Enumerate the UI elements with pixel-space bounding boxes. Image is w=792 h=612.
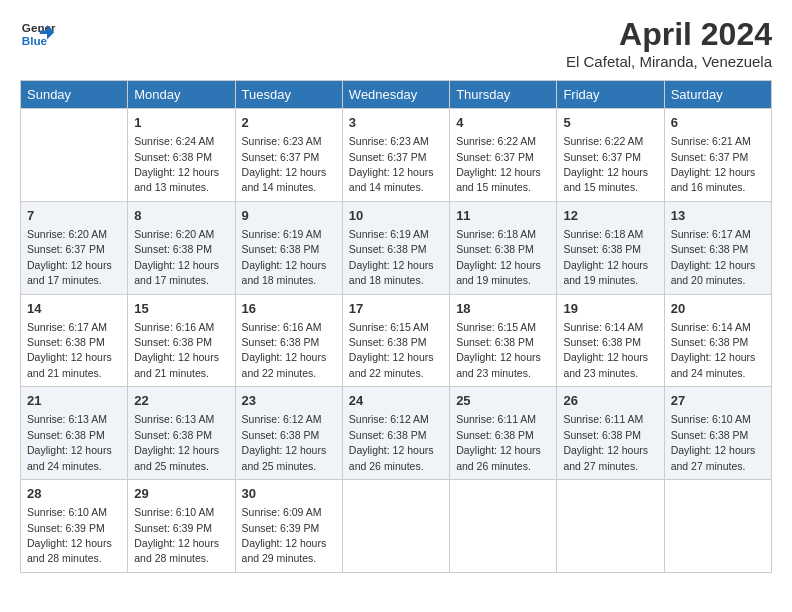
day-number: 2 — [242, 114, 336, 132]
day-info: Sunrise: 6:23 AMSunset: 6:37 PMDaylight:… — [242, 135, 327, 193]
day-number: 10 — [349, 207, 443, 225]
calendar-cell: 30Sunrise: 6:09 AMSunset: 6:39 PMDayligh… — [235, 480, 342, 573]
day-number: 7 — [27, 207, 121, 225]
day-info: Sunrise: 6:11 AMSunset: 6:38 PMDaylight:… — [563, 413, 648, 471]
calendar-cell: 9Sunrise: 6:19 AMSunset: 6:38 PMDaylight… — [235, 201, 342, 294]
day-number: 20 — [671, 300, 765, 318]
calendar-cell: 21Sunrise: 6:13 AMSunset: 6:38 PMDayligh… — [21, 387, 128, 480]
day-number: 6 — [671, 114, 765, 132]
day-number: 13 — [671, 207, 765, 225]
day-number: 24 — [349, 392, 443, 410]
day-info: Sunrise: 6:15 AMSunset: 6:38 PMDaylight:… — [456, 321, 541, 379]
day-info: Sunrise: 6:20 AMSunset: 6:38 PMDaylight:… — [134, 228, 219, 286]
week-row: 21Sunrise: 6:13 AMSunset: 6:38 PMDayligh… — [21, 387, 772, 480]
calendar-cell — [557, 480, 664, 573]
week-row: 14Sunrise: 6:17 AMSunset: 6:38 PMDayligh… — [21, 294, 772, 387]
calendar-cell — [21, 109, 128, 202]
logo: General Blue — [20, 16, 56, 52]
calendar-cell: 1Sunrise: 6:24 AMSunset: 6:38 PMDaylight… — [128, 109, 235, 202]
day-number: 19 — [563, 300, 657, 318]
calendar-cell: 3Sunrise: 6:23 AMSunset: 6:37 PMDaylight… — [342, 109, 449, 202]
week-row: 7Sunrise: 6:20 AMSunset: 6:37 PMDaylight… — [21, 201, 772, 294]
calendar-cell: 27Sunrise: 6:10 AMSunset: 6:38 PMDayligh… — [664, 387, 771, 480]
day-info: Sunrise: 6:09 AMSunset: 6:39 PMDaylight:… — [242, 506, 327, 564]
day-number: 3 — [349, 114, 443, 132]
calendar-cell — [342, 480, 449, 573]
day-number: 14 — [27, 300, 121, 318]
day-info: Sunrise: 6:10 AMSunset: 6:38 PMDaylight:… — [671, 413, 756, 471]
calendar-cell: 8Sunrise: 6:20 AMSunset: 6:38 PMDaylight… — [128, 201, 235, 294]
day-number: 12 — [563, 207, 657, 225]
day-info: Sunrise: 6:12 AMSunset: 6:38 PMDaylight:… — [242, 413, 327, 471]
day-number: 22 — [134, 392, 228, 410]
day-info: Sunrise: 6:16 AMSunset: 6:38 PMDaylight:… — [134, 321, 219, 379]
day-info: Sunrise: 6:14 AMSunset: 6:38 PMDaylight:… — [563, 321, 648, 379]
day-number: 5 — [563, 114, 657, 132]
day-info: Sunrise: 6:10 AMSunset: 6:39 PMDaylight:… — [27, 506, 112, 564]
calendar-cell — [450, 480, 557, 573]
calendar-cell: 5Sunrise: 6:22 AMSunset: 6:37 PMDaylight… — [557, 109, 664, 202]
title-block: April 2024 El Cafetal, Miranda, Venezuel… — [566, 16, 772, 70]
day-header-friday: Friday — [557, 81, 664, 109]
calendar-cell: 17Sunrise: 6:15 AMSunset: 6:38 PMDayligh… — [342, 294, 449, 387]
calendar-cell: 14Sunrise: 6:17 AMSunset: 6:38 PMDayligh… — [21, 294, 128, 387]
day-info: Sunrise: 6:11 AMSunset: 6:38 PMDaylight:… — [456, 413, 541, 471]
day-info: Sunrise: 6:19 AMSunset: 6:38 PMDaylight:… — [242, 228, 327, 286]
calendar-table: SundayMondayTuesdayWednesdayThursdayFrid… — [20, 80, 772, 573]
day-header-sunday: Sunday — [21, 81, 128, 109]
day-number: 25 — [456, 392, 550, 410]
calendar-cell: 16Sunrise: 6:16 AMSunset: 6:38 PMDayligh… — [235, 294, 342, 387]
day-number: 27 — [671, 392, 765, 410]
day-info: Sunrise: 6:14 AMSunset: 6:38 PMDaylight:… — [671, 321, 756, 379]
header: General Blue April 2024 El Cafetal, Mira… — [20, 16, 772, 70]
calendar-cell: 11Sunrise: 6:18 AMSunset: 6:38 PMDayligh… — [450, 201, 557, 294]
day-info: Sunrise: 6:17 AMSunset: 6:38 PMDaylight:… — [671, 228, 756, 286]
day-number: 1 — [134, 114, 228, 132]
day-info: Sunrise: 6:21 AMSunset: 6:37 PMDaylight:… — [671, 135, 756, 193]
calendar-cell: 7Sunrise: 6:20 AMSunset: 6:37 PMDaylight… — [21, 201, 128, 294]
day-number: 4 — [456, 114, 550, 132]
day-info: Sunrise: 6:22 AMSunset: 6:37 PMDaylight:… — [563, 135, 648, 193]
day-info: Sunrise: 6:10 AMSunset: 6:39 PMDaylight:… — [134, 506, 219, 564]
svg-text:Blue: Blue — [22, 34, 48, 47]
day-number: 28 — [27, 485, 121, 503]
logo-icon: General Blue — [20, 16, 56, 52]
day-number: 9 — [242, 207, 336, 225]
calendar-cell: 28Sunrise: 6:10 AMSunset: 6:39 PMDayligh… — [21, 480, 128, 573]
day-number: 15 — [134, 300, 228, 318]
day-header-wednesday: Wednesday — [342, 81, 449, 109]
day-info: Sunrise: 6:15 AMSunset: 6:38 PMDaylight:… — [349, 321, 434, 379]
day-number: 23 — [242, 392, 336, 410]
day-header-monday: Monday — [128, 81, 235, 109]
week-row: 1Sunrise: 6:24 AMSunset: 6:38 PMDaylight… — [21, 109, 772, 202]
calendar-cell: 26Sunrise: 6:11 AMSunset: 6:38 PMDayligh… — [557, 387, 664, 480]
day-info: Sunrise: 6:19 AMSunset: 6:38 PMDaylight:… — [349, 228, 434, 286]
day-number: 30 — [242, 485, 336, 503]
calendar-cell: 6Sunrise: 6:21 AMSunset: 6:37 PMDaylight… — [664, 109, 771, 202]
calendar-cell — [664, 480, 771, 573]
calendar-cell: 19Sunrise: 6:14 AMSunset: 6:38 PMDayligh… — [557, 294, 664, 387]
day-number: 17 — [349, 300, 443, 318]
day-info: Sunrise: 6:13 AMSunset: 6:38 PMDaylight:… — [27, 413, 112, 471]
calendar-cell: 12Sunrise: 6:18 AMSunset: 6:38 PMDayligh… — [557, 201, 664, 294]
calendar-cell: 29Sunrise: 6:10 AMSunset: 6:39 PMDayligh… — [128, 480, 235, 573]
day-info: Sunrise: 6:24 AMSunset: 6:38 PMDaylight:… — [134, 135, 219, 193]
day-info: Sunrise: 6:17 AMSunset: 6:38 PMDaylight:… — [27, 321, 112, 379]
day-info: Sunrise: 6:13 AMSunset: 6:38 PMDaylight:… — [134, 413, 219, 471]
calendar-cell: 13Sunrise: 6:17 AMSunset: 6:38 PMDayligh… — [664, 201, 771, 294]
header-row: SundayMondayTuesdayWednesdayThursdayFrid… — [21, 81, 772, 109]
day-number: 8 — [134, 207, 228, 225]
calendar-cell: 20Sunrise: 6:14 AMSunset: 6:38 PMDayligh… — [664, 294, 771, 387]
page-subtitle: El Cafetal, Miranda, Venezuela — [566, 53, 772, 70]
calendar-cell: 25Sunrise: 6:11 AMSunset: 6:38 PMDayligh… — [450, 387, 557, 480]
calendar-cell: 15Sunrise: 6:16 AMSunset: 6:38 PMDayligh… — [128, 294, 235, 387]
day-number: 26 — [563, 392, 657, 410]
day-header-saturday: Saturday — [664, 81, 771, 109]
day-info: Sunrise: 6:12 AMSunset: 6:38 PMDaylight:… — [349, 413, 434, 471]
day-header-thursday: Thursday — [450, 81, 557, 109]
day-number: 16 — [242, 300, 336, 318]
day-info: Sunrise: 6:23 AMSunset: 6:37 PMDaylight:… — [349, 135, 434, 193]
calendar-cell: 18Sunrise: 6:15 AMSunset: 6:38 PMDayligh… — [450, 294, 557, 387]
day-info: Sunrise: 6:22 AMSunset: 6:37 PMDaylight:… — [456, 135, 541, 193]
calendar-cell: 22Sunrise: 6:13 AMSunset: 6:38 PMDayligh… — [128, 387, 235, 480]
